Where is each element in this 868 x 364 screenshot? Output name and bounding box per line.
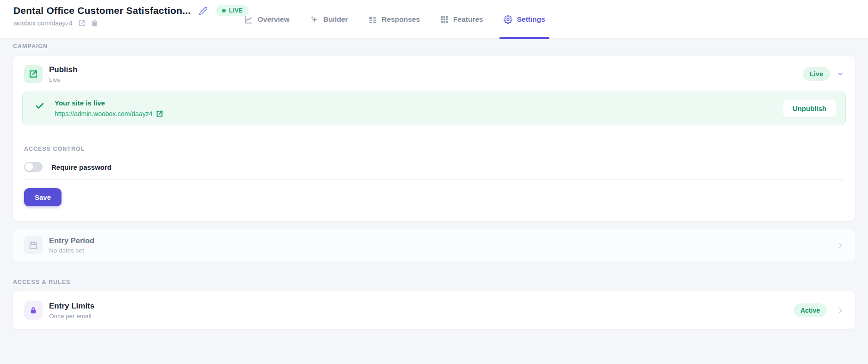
- publish-live-badge: Live: [803, 67, 830, 81]
- unpublish-button[interactable]: Unpublish: [782, 99, 837, 118]
- publish-subtitle: Live: [49, 76, 77, 83]
- external-link-icon: [156, 110, 163, 117]
- app-header: Dental Office Customer Satisfaction... L…: [0, 0, 868, 39]
- publish-external-link-icon: [24, 65, 43, 83]
- chevron-down-icon[interactable]: [837, 70, 844, 78]
- live-badge-label: LIVE: [229, 7, 243, 14]
- entry-limits-title: Entry Limits: [49, 302, 94, 311]
- tab-label: Overview: [258, 15, 289, 24]
- publish-card: Publish Live Live Your site is live http…: [13, 56, 855, 221]
- publish-row[interactable]: Publish Live Live: [13, 56, 855, 91]
- publish-title: Publish: [49, 65, 77, 74]
- entry-period-row[interactable]: Entry Period No dates set: [13, 229, 855, 261]
- main-nav: Overview Builder Responses Features Sett…: [244, 0, 545, 39]
- campaign-section-label: CAMPAIGN: [13, 43, 855, 49]
- site-live-title: Your site is live: [55, 99, 163, 107]
- open-url-external-link-icon[interactable]: [78, 19, 86, 27]
- page-title: Dental Office Customer Satisfaction...: [13, 5, 191, 16]
- active-tab-underline: [499, 37, 549, 39]
- campaign-url: woobox.com/daayz4: [13, 19, 73, 27]
- divider: [24, 179, 844, 180]
- tab-responses[interactable]: Responses: [368, 0, 420, 39]
- tab-settings[interactable]: Settings: [504, 0, 545, 39]
- sparkles-icon: [310, 15, 319, 24]
- require-password-label: Require password: [51, 163, 111, 171]
- chevron-right-icon: [837, 307, 844, 314]
- site-live-alert: Your site is live https://admin.woobox.c…: [22, 92, 846, 125]
- calendar-icon: [24, 236, 43, 254]
- entry-period-title: Entry Period: [49, 236, 94, 245]
- copy-url-clipboard-icon[interactable]: [91, 19, 98, 27]
- entry-period-subtitle: No dates set: [49, 247, 94, 254]
- tab-overview[interactable]: Overview: [244, 0, 289, 39]
- require-password-toggle[interactable]: [24, 162, 43, 172]
- campaign-title-block: Dental Office Customer Satisfaction... L…: [13, 5, 249, 27]
- grid-icon: [440, 15, 449, 24]
- edit-title-pencil-icon[interactable]: [199, 6, 208, 15]
- toggle-knob: [25, 163, 33, 171]
- tab-label: Responses: [382, 15, 420, 24]
- tab-label: Settings: [517, 15, 545, 24]
- checkmark-icon: [35, 101, 44, 118]
- tab-label: Builder: [323, 15, 348, 24]
- save-button[interactable]: Save: [24, 188, 62, 206]
- entry-limits-subtitle: Once per email: [49, 313, 94, 320]
- site-live-url-link[interactable]: https://admin.woobox.com/daayz4: [55, 110, 163, 117]
- access-control-label: ACCESS CONTROL: [24, 146, 844, 152]
- chevron-right-icon: [837, 242, 844, 249]
- gear-icon: [504, 15, 512, 24]
- tab-builder[interactable]: Builder: [310, 0, 348, 39]
- list-details-icon: [368, 15, 377, 24]
- lock-icon: [24, 301, 43, 320]
- site-live-url: https://admin.woobox.com/daayz4: [55, 110, 153, 117]
- live-dot-icon: [222, 9, 226, 12]
- entry-limits-active-badge: Active: [794, 303, 827, 317]
- line-chart-icon: [244, 15, 253, 24]
- settings-content: CAMPAIGN Publish Live Live Your site is …: [0, 43, 868, 329]
- tab-label: Features: [453, 15, 483, 24]
- tab-features[interactable]: Features: [440, 0, 483, 39]
- entry-limits-row[interactable]: Entry Limits Once per email Active: [13, 291, 855, 329]
- access-rules-section-label: ACCESS & RULES: [13, 279, 855, 285]
